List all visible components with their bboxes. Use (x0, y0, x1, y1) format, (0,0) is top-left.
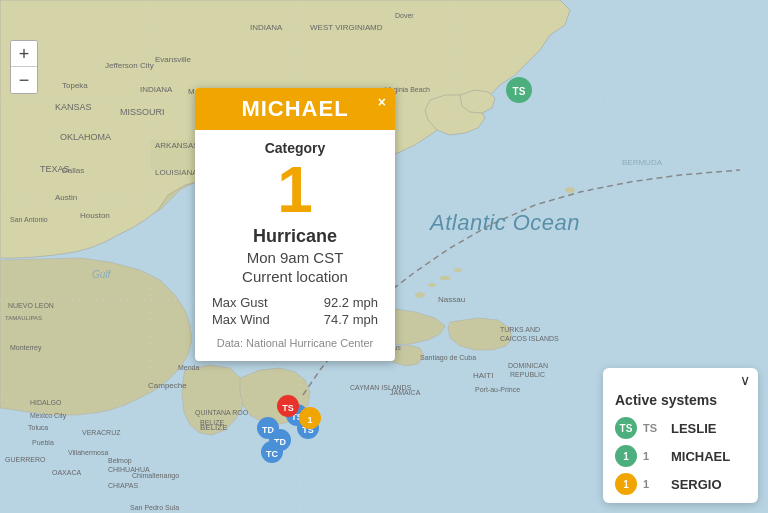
svg-text:LOUISIANA: LOUISIANA (155, 168, 198, 177)
svg-text:INDIANA: INDIANA (140, 85, 173, 94)
svg-text:Villahermosa: Villahermosa (68, 449, 108, 456)
svg-text:MISSOURI: MISSOURI (120, 107, 165, 117)
michael-label: 1 (643, 450, 665, 462)
list-item[interactable]: 1 1 MICHAEL (603, 442, 758, 470)
active-systems-title: Active systems (603, 388, 758, 414)
data-source: Data: National Hurricane Center (210, 337, 380, 349)
svg-text:Monterrey: Monterrey (10, 344, 42, 352)
list-item[interactable]: 1 1 SERGIO (603, 470, 758, 503)
storm-popup-body: Category 1 Hurricane Mon 9am CST Current… (195, 130, 395, 361)
active-systems-panel: ∨ Active systems TS TS LESLIE 1 1 MICHAE… (603, 368, 758, 503)
svg-text:TURKS AND: TURKS AND (500, 326, 540, 333)
svg-text:Belmop: Belmop (108, 457, 132, 465)
svg-text:QUINTANA ROO: QUINTANA ROO (195, 409, 249, 417)
leslie-icon: TS (615, 417, 637, 439)
svg-text:HIDALGO: HIDALGO (30, 399, 62, 406)
svg-text:Puebla: Puebla (32, 439, 54, 446)
svg-text:Mexico City: Mexico City (30, 412, 67, 420)
svg-text:CAICOS ISLANDS: CAICOS ISLANDS (500, 335, 559, 342)
svg-text:Austin: Austin (55, 193, 77, 202)
svg-text:MD: MD (370, 23, 383, 32)
svg-text:TS: TS (282, 403, 294, 413)
svg-text:TC: TC (266, 449, 278, 459)
svg-text:TAMAULIPAS: TAMAULIPAS (5, 315, 42, 321)
svg-text:Jefferson City: Jefferson City (105, 61, 154, 70)
svg-text:Port-au-Prince: Port-au-Prince (475, 386, 520, 393)
svg-text:Topeka: Topeka (62, 81, 88, 90)
svg-text:BERMUDA: BERMUDA (622, 158, 663, 167)
storm-name: MICHAEL (241, 96, 348, 121)
storm-popup-header: MICHAEL × (195, 88, 395, 130)
svg-text:OAXACA: OAXACA (52, 469, 82, 476)
svg-text:Chimaltenango: Chimaltenango (132, 472, 179, 480)
svg-text:Gulf: Gulf (92, 269, 112, 280)
storm-location: Current location (210, 268, 380, 285)
close-button[interactable]: × (378, 94, 387, 110)
svg-text:HAITI: HAITI (473, 371, 493, 380)
svg-point-2 (428, 283, 436, 287)
svg-text:TS: TS (513, 86, 526, 97)
svg-text:OKLAHOMA: OKLAHOMA (60, 132, 111, 142)
storm-type: Hurricane (210, 226, 380, 247)
max-wind-label: Max Wind (212, 312, 302, 327)
max-gust-label: Max Gust (212, 295, 302, 310)
svg-text:Dover: Dover (395, 12, 414, 19)
svg-text:VERACRUZ: VERACRUZ (82, 429, 121, 436)
svg-text:BELIZE: BELIZE (200, 419, 224, 426)
zoom-out-button[interactable]: − (11, 67, 37, 93)
zoom-in-button[interactable]: + (11, 41, 37, 67)
chevron-down-icon[interactable]: ∨ (603, 368, 758, 388)
svg-text:San Antonio: San Antonio (10, 216, 48, 223)
michael-name: MICHAEL (671, 449, 730, 464)
michael-icon: 1 (615, 445, 637, 467)
category-number: 1 (210, 158, 380, 222)
svg-text:San Pedro Sula: San Pedro Sula (130, 504, 179, 511)
svg-text:1: 1 (307, 415, 312, 425)
svg-text:DOMINICAN: DOMINICAN (508, 362, 548, 369)
svg-text:JAMAICA: JAMAICA (390, 389, 421, 396)
storm-popup: MICHAEL × Category 1 Hurricane Mon 9am C… (195, 88, 395, 361)
svg-text:WEST VIRGINIA: WEST VIRGINIA (310, 23, 371, 32)
storm-stats-table: Max Gust 92.2 mph Max Wind 74.7 mph (210, 293, 380, 329)
storm-time: Mon 9am CST (210, 249, 380, 266)
svg-text:GUERRERO: GUERRERO (5, 456, 46, 463)
svg-point-3 (439, 276, 451, 280)
zoom-controls: + − (10, 40, 38, 94)
svg-text:Evansville: Evansville (155, 55, 192, 64)
svg-text:Nassau: Nassau (438, 295, 465, 304)
svg-text:Menda: Menda (178, 364, 200, 371)
svg-text:REPUBLIC: REPUBLIC (510, 371, 545, 378)
sergio-name: SERGIO (671, 477, 722, 492)
svg-text:Houston: Houston (80, 211, 110, 220)
list-item[interactable]: TS TS LESLIE (603, 414, 758, 442)
sergio-icon: 1 (615, 473, 637, 495)
max-gust-value: 92.2 mph (304, 295, 378, 310)
svg-text:INDIANA: INDIANA (250, 23, 283, 32)
svg-text:Santiago de Cuba: Santiago de Cuba (420, 354, 476, 362)
svg-text:CHIAPAS: CHIAPAS (108, 482, 139, 489)
leslie-label: TS (643, 422, 665, 434)
max-wind-value: 74.7 mph (304, 312, 378, 327)
svg-point-4 (454, 268, 462, 272)
svg-text:Campeche: Campeche (148, 381, 187, 390)
svg-text:Toluca: Toluca (28, 424, 48, 431)
svg-text:Dallas: Dallas (62, 166, 84, 175)
svg-text:NUEVO LEON: NUEVO LEON (8, 302, 54, 309)
svg-text:ARKANSAS: ARKANSAS (155, 141, 199, 150)
sergio-label: 1 (643, 478, 665, 490)
svg-point-1 (415, 292, 425, 298)
svg-text:KANSAS: KANSAS (55, 102, 92, 112)
leslie-name: LESLIE (671, 421, 717, 436)
svg-point-5 (565, 187, 575, 193)
